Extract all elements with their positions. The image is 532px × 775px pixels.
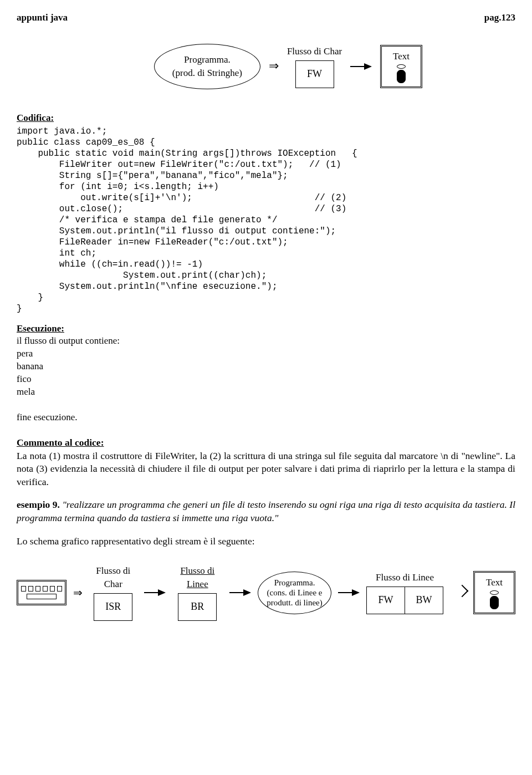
flow-label-char: Flusso di Char — [287, 45, 342, 58]
text-label-2: Text — [486, 576, 503, 589]
disk-top-icon — [490, 590, 499, 595]
arrow-icon — [229, 589, 251, 596]
connector-icon: ⇒ — [73, 585, 83, 600]
section-esecuzione: Esecuzione: — [17, 322, 515, 335]
disk-top-icon — [397, 64, 406, 69]
text-file-box-2: Text — [473, 571, 515, 614]
schema-intro: Lo schema grafico rappresentativo degli … — [17, 535, 515, 548]
exec-line: mela — [17, 386, 515, 399]
header-left: appunti java — [17, 11, 68, 24]
commento-block: Commento al codice: La nota (1) mostra i… — [17, 436, 515, 489]
bw-box: BW — [405, 587, 443, 614]
programma-node: Programma. (prod. di Stringhe) — [154, 44, 260, 89]
fw-column: Flusso di Char FW — [287, 45, 342, 88]
diagram-bottom: ⇒ Flusso di Char ISR Flusso di Linee BR … — [17, 564, 515, 621]
flow-label-linee1: Flusso di Linee — [172, 564, 223, 591]
arrow-icon — [338, 589, 360, 596]
execution-output: il flusso di output contiene: pera banan… — [17, 335, 515, 424]
open-connector-icon — [450, 587, 467, 599]
header-right: pag.123 — [484, 11, 515, 24]
esempio9-block: esempio 9. "realizzare un programma che … — [17, 498, 515, 524]
arrow-icon — [144, 589, 166, 596]
text-label: Text — [393, 50, 410, 63]
disk-icon — [490, 596, 499, 609]
flow-label-char2: Flusso di Char — [89, 564, 137, 591]
connector-icon: ⇒ — [269, 58, 279, 75]
code-block: import java.io.*; public class cap09_es_… — [17, 126, 515, 314]
section-esempio9: esempio 9. — [17, 499, 60, 510]
ellipse-line1: Programma. — [184, 53, 231, 67]
esempio9-text: "realizzare un programma che generi un f… — [17, 499, 515, 523]
br-box: BR — [178, 593, 217, 621]
text-file-box: Text — [380, 45, 422, 88]
fw-bw-column: Flusso di Linee FW BW — [366, 571, 443, 614]
exec-line: fine esecuzione. — [17, 411, 515, 424]
commento-text: La nota (1) mostra il costruttore di Fil… — [17, 450, 515, 487]
exec-line: banana — [17, 360, 515, 373]
isr-box: ISR — [94, 593, 132, 621]
br-column: Flusso di Linee BR — [172, 564, 223, 621]
arrow-icon — [350, 63, 372, 70]
isr-column: Flusso di Char ISR — [89, 564, 137, 621]
fw-box: FW — [295, 60, 334, 88]
section-commento: Commento al codice: — [17, 437, 104, 448]
programma-node-2: Programma. (cons. di Linee e produtt. di… — [258, 572, 331, 614]
ellipse2-line2: (cons. di Linee e — [267, 588, 323, 598]
exec-line: fico — [17, 373, 515, 386]
disk-icon — [397, 70, 406, 83]
diagram-top: Programma. (prod. di Stringhe) ⇒ Flusso … — [61, 44, 515, 89]
ellipse2-line1: Programma. — [274, 578, 315, 588]
exec-line: il flusso di output contiene: — [17, 335, 515, 348]
flow-label-linee2: Flusso di Linee — [376, 571, 434, 584]
page-header: appunti java pag.123 — [17, 11, 515, 24]
section-codifica: Codifica: — [17, 111, 515, 125]
fw-box-2: FW — [366, 587, 405, 614]
ellipse2-line3: produtt. di linee) — [267, 598, 322, 608]
ellipse-line2: (prod. di Stringhe) — [172, 67, 242, 80]
keyboard-icon — [17, 580, 66, 605]
exec-line: pera — [17, 348, 515, 360]
